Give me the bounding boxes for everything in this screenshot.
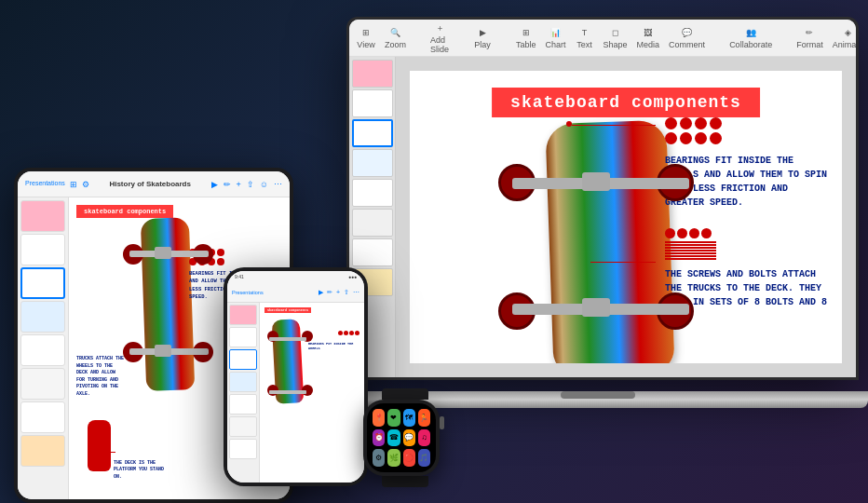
iphone-bdot (349, 331, 354, 335)
iphone-slide-area[interactable]: skateboard components (260, 303, 364, 483)
toolbar-format-btn[interactable]: ✏ Format (796, 26, 823, 49)
ipad-slide-thumb-7[interactable] (20, 401, 65, 433)
shape-icon: ◻ (606, 26, 625, 39)
watch-app-10[interactable]: 🌿 (387, 449, 400, 467)
screw-dot (677, 228, 687, 238)
presentations-link[interactable]: Presentations (25, 180, 65, 189)
bearing-dot (665, 132, 677, 144)
iphone-bearing-text: BEARINGS FIT INSIDE THE WHEELS (308, 342, 359, 351)
watch-app-2[interactable]: ❤ (387, 409, 400, 427)
iphone-play-btn[interactable]: ▶ (319, 289, 323, 296)
play-btn[interactable]: ▶ (211, 180, 218, 189)
iphone-bdot (338, 331, 343, 335)
screw-lines (665, 241, 833, 260)
ipad-slide-thumb-8[interactable] (20, 435, 65, 467)
iphone-bdot (355, 331, 359, 335)
toolbar-media-btn[interactable]: 🖼 Media (637, 26, 660, 49)
ipad-trucks-text: TRUCKS ATTACH THE WHEELS TO THE DECK AND… (76, 356, 125, 398)
iphone-time: 9:41 (235, 274, 244, 279)
toolbar-play-btn[interactable]: ▶ Play (473, 26, 492, 49)
iphone-thumb-6[interactable] (229, 416, 257, 437)
animate-icon: ◈ (838, 26, 856, 39)
watch-app-8[interactable]: ♫ (418, 429, 430, 447)
settings-icon[interactable]: ⚙ (82, 180, 89, 189)
watch-app-5[interactable]: ⏰ (373, 429, 385, 447)
bearing-dot (665, 117, 677, 129)
iphone-thumb-4[interactable] (229, 372, 257, 392)
watch-app-3[interactable]: 🗺 (403, 409, 415, 427)
iphone-thumb-5[interactable] (229, 394, 257, 415)
table-icon: ⊞ (517, 26, 536, 39)
text-icon: T (576, 26, 594, 39)
iphone-slide-title: skateboard components (264, 307, 311, 313)
iphone-truck-bottom (269, 390, 306, 394)
watch-app-7[interactable]: 💬 (403, 429, 415, 447)
toolbar-comment-btn[interactable]: 💬 Comment (669, 26, 705, 49)
chart-icon: 📊 (547, 26, 565, 39)
add-icon[interactable]: + (237, 180, 241, 189)
toolbar-addslide-btn[interactable]: ＋ Add Slide (430, 21, 449, 54)
toolbar-view-btn[interactable]: ⊞ View (357, 26, 375, 49)
watch-app-4[interactable]: 🏃 (418, 409, 430, 427)
iphone-presentations-link[interactable]: Presentations (232, 290, 264, 295)
ipad-slide-title: skateboard components (76, 205, 173, 218)
ipad-slide-thumb-6[interactable] (20, 368, 65, 400)
screw-line (665, 255, 716, 257)
emoji-icon[interactable]: ☺ (260, 180, 268, 189)
slide-thumb-3[interactable] (352, 119, 393, 147)
iphone-thumb-3[interactable] (229, 349, 257, 370)
slide-thumb-2[interactable] (352, 89, 393, 117)
comment-icon: 💬 (678, 26, 697, 39)
iphone-truck-top (269, 337, 306, 341)
zoom-icon: 🔍 (387, 26, 405, 39)
share-icon[interactable]: ⇧ (247, 180, 254, 189)
iphone-thumb-7[interactable] (229, 439, 257, 459)
ipad-slide-thumb-3[interactable] (20, 267, 65, 299)
bearing-dot (710, 117, 722, 129)
ipad-slide-thumb-2[interactable] (20, 234, 65, 265)
toolbar-text-btn[interactable]: T Text (576, 26, 594, 49)
slide-thumb-1[interactable] (352, 60, 393, 88)
toolbar-collaborate-btn[interactable]: 👥 Collaborate (729, 26, 772, 49)
screw-line (665, 250, 716, 252)
iphone-skate-mini (264, 319, 316, 431)
toolbar-chart-btn[interactable]: 📊 Chart (546, 26, 566, 49)
iphone-share-icon[interactable]: ⇧ (344, 289, 349, 296)
ipad-slide-thumb-5[interactable] (20, 334, 65, 366)
ipad-toolbar-right: ▶ ✏ + ⇧ ☺ ⋯ (211, 180, 282, 189)
watch-app-1[interactable]: 📍 (373, 409, 385, 427)
bearing-dots-row2 (665, 132, 833, 144)
bearing-dot (680, 117, 692, 129)
watch-app-9[interactable]: ⚙ (373, 449, 385, 467)
right-annotations: BEARINGS FIT INSIDE THE WHEELS AND ALLOW… (665, 117, 833, 323)
slide-thumb-4[interactable] (352, 149, 393, 177)
truck-bolt-top (582, 172, 610, 191)
ipad-toolbar: Presentations ⊞ ⚙ History of Skateboards… (18, 171, 290, 197)
watch-app-11[interactable]: 🔴 (403, 449, 415, 467)
sidebar-toggle[interactable]: ⊞ (70, 180, 77, 189)
iphone-thumb-2[interactable] (229, 327, 257, 347)
laptop-toolbar: ⊞ View 🔍 Zoom ＋ Add Slide ▶ Play (349, 20, 856, 57)
watch-app-6[interactable]: ☎ (387, 429, 400, 447)
iphone-thumb-1[interactable] (229, 305, 257, 325)
toolbar-animate-btn[interactable]: ◈ Animate (833, 26, 856, 49)
more-icon[interactable]: ⋯ (274, 180, 282, 189)
slide-thumb-6[interactable] (352, 209, 393, 237)
toolbar-shape-btn[interactable]: ◻ Shape (604, 26, 628, 49)
screw-line (665, 258, 716, 260)
laptop-screen-inner: ⊞ View 🔍 Zoom ＋ Add Slide ▶ Play (349, 20, 856, 377)
iphone-pencil-icon[interactable]: ✏ (327, 289, 332, 296)
ipad-slide-thumb-1[interactable] (20, 200, 65, 232)
laptop-slide-area[interactable]: skateboard components (396, 57, 856, 377)
ipad-slide-thumb-4[interactable] (20, 301, 65, 333)
pencil-icon[interactable]: ✏ (224, 180, 231, 189)
slide-thumb-5[interactable] (352, 179, 393, 207)
ipad-deck-visual (141, 217, 195, 391)
watch-app-12[interactable]: 🎵 (418, 449, 430, 467)
slide-thumb-7[interactable] (352, 238, 393, 266)
toolbar-zoom-btn[interactable]: 🔍 Zoom (385, 26, 406, 49)
ipad-skate-area (120, 218, 213, 423)
toolbar-table-btn[interactable]: ⊞ Table (516, 26, 536, 49)
iphone-add-icon[interactable]: + (336, 289, 340, 296)
iphone-more-icon[interactable]: ⋯ (353, 289, 359, 296)
